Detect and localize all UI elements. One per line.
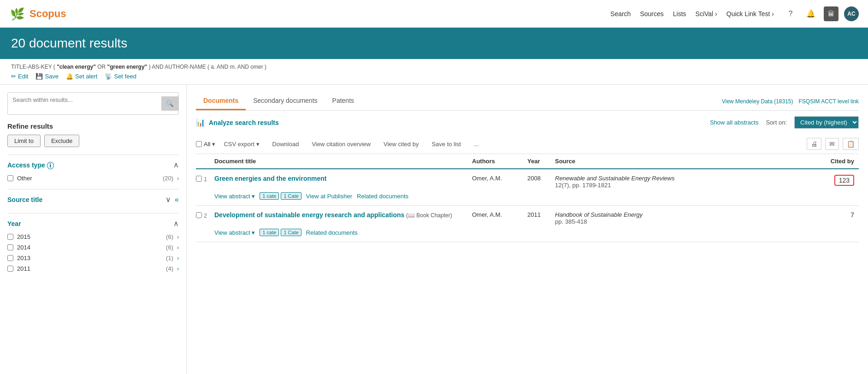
doc-1-view-publisher[interactable]: View at Publisher: [306, 193, 352, 200]
nav-quicklink[interactable]: Quick Link Test ›: [726, 10, 774, 18]
institution-button[interactable]: 🏛: [824, 6, 838, 21]
doc-2-book-icon: (📖 Book Chapter): [406, 212, 452, 219]
edit-query-button[interactable]: ✏ Edit: [11, 73, 28, 80]
filter-year-header[interactable]: Year ∧: [7, 219, 179, 228]
alert-label: Set alert: [75, 73, 97, 80]
doc-1-source: Renewable and Sustainable Energy Reviews…: [555, 175, 813, 189]
document-tabs: Documents Secondary documents Patents Vi…: [196, 92, 859, 111]
year-2011-arrow[interactable]: ›: [177, 266, 179, 272]
doc-1-source-name: Renewable and Sustainable Energy Reviews: [555, 175, 674, 182]
doc-2-actions: View abstract ▾ 1 cate 1 Cate Related do…: [196, 229, 859, 236]
help-button[interactable]: ?: [783, 6, 798, 21]
nav-scival[interactable]: SciVal ›: [696, 10, 717, 18]
doc-1-view-abstract[interactable]: View abstract ▾: [214, 193, 255, 200]
filter-year: Year ∧ 2015 (6) › 2014 (6) › 2013 (1) ›: [7, 213, 179, 279]
save-query-button[interactable]: 💾 Save: [35, 73, 59, 80]
avatar-button[interactable]: AC: [844, 6, 859, 21]
save-to-list-button[interactable]: Save to list: [427, 138, 466, 150]
analyze-left[interactable]: 📊 Analyze search results: [196, 118, 279, 127]
col-title: Document title: [214, 158, 472, 165]
year-2013-label: 2013: [17, 255, 30, 261]
doc-2-cate-badge-2[interactable]: 1 Cate: [281, 229, 301, 236]
year-2011-count: (4): [166, 265, 173, 272]
filter-item-2013: 2013 (1) ›: [7, 253, 179, 263]
main-layout: 🔍 Refine results Limit to Exclude Access…: [0, 85, 868, 374]
doc-row-1: 1 Green energies and the environment Ome…: [196, 169, 859, 206]
doc-1-checkbox[interactable]: [196, 176, 202, 182]
access-type-title: Access type ℹ: [7, 161, 54, 169]
set-feed-button[interactable]: 📡 Set feed: [105, 73, 136, 80]
year-2013-checkbox[interactable]: [7, 255, 13, 261]
view-citation-overview-button[interactable]: View citation overview: [307, 138, 375, 150]
year-2015-count: (6): [166, 233, 173, 240]
doc-1-num: 1: [204, 176, 207, 183]
download-button[interactable]: Download: [268, 138, 304, 150]
filter-item-2011: 2011 (4) ›: [7, 263, 179, 274]
fsqsim-link[interactable]: FSQSIM ACCT level link: [799, 98, 859, 105]
mendeley-link[interactable]: View Mendeley Data (18315): [722, 98, 793, 105]
sidebar: 🔍 Refine results Limit to Exclude Access…: [0, 85, 187, 374]
sort-select[interactable]: Cited by (highest) Date (newest) Relevan…: [794, 116, 859, 129]
doc-2-cate-badge-1[interactable]: 1 cate: [260, 229, 279, 236]
doc-row-1-main: 1 Green energies and the environment Ome…: [196, 175, 859, 189]
refine-title: Refine results: [7, 122, 179, 130]
doc-2-checkbox[interactable]: [196, 212, 202, 218]
alert-icon: 🔔: [66, 73, 73, 80]
access-type-toggle-icon: ∧: [173, 160, 179, 169]
other-arrow[interactable]: ›: [177, 175, 179, 182]
nav-lists[interactable]: Lists: [673, 10, 686, 18]
notifications-button[interactable]: 🔔: [803, 6, 818, 21]
year-2014-checkbox[interactable]: [7, 244, 13, 250]
print-button[interactable]: 🖨: [807, 138, 821, 150]
doc-2-cite-badges: 1 cate 1 Cate: [260, 229, 301, 236]
col-year: Year: [527, 158, 555, 165]
collapse-panel-icon[interactable]: «: [175, 196, 179, 204]
doc-2-cited-count: 7: [850, 211, 854, 219]
select-all-checkbox[interactable]: [196, 141, 202, 147]
tabs-right: View Mendeley Data (18315) FSQSIM ACCT l…: [722, 98, 859, 105]
exclude-button[interactable]: Exclude: [44, 135, 79, 147]
results-count: 20 document results: [11, 36, 857, 51]
select-all-wrapper: All ▾: [196, 141, 215, 148]
other-count: (20): [163, 175, 173, 182]
limit-to-button[interactable]: Limit to: [7, 135, 41, 147]
year-2015-arrow[interactable]: ›: [177, 234, 179, 240]
col-authors: Authors: [472, 158, 527, 165]
doc-2-view-abstract[interactable]: View abstract ▾: [214, 229, 255, 236]
search-within-input[interactable]: [8, 93, 161, 107]
tab-documents[interactable]: Documents: [196, 92, 246, 110]
doc-1-cate-badge-1[interactable]: 1 cate: [260, 192, 279, 200]
search-within-button[interactable]: 🔍: [161, 96, 178, 111]
doc-1-related-docs[interactable]: Related documents: [357, 193, 408, 200]
doc-1-title[interactable]: Green energies and the environment: [214, 175, 327, 182]
doc-1-source-detail: 12(7), pp. 1789-1821: [555, 182, 611, 189]
year-2014-arrow[interactable]: ›: [177, 244, 179, 251]
filter-access-type-header[interactable]: Access type ℹ ∧: [7, 160, 179, 169]
nav-sources[interactable]: Sources: [640, 10, 663, 18]
tab-patents[interactable]: Patents: [325, 92, 361, 110]
bookmark-button[interactable]: 📋: [843, 138, 859, 150]
view-cited-by-button[interactable]: View cited by: [379, 138, 423, 150]
sort-dropdown[interactable]: Cited by (highest) Date (newest) Relevan…: [794, 116, 859, 129]
doc-1-cate-badge-2[interactable]: 1 Cate: [281, 192, 301, 200]
show-abstracts-link[interactable]: Show all abstracts: [710, 119, 759, 126]
filter-source-title-header[interactable]: Source title ∨ «: [7, 195, 179, 204]
all-dropdown-icon[interactable]: ▾: [212, 141, 215, 148]
year-2013-arrow[interactable]: ›: [177, 255, 179, 261]
query-actions: ✏ Edit 💾 Save 🔔 Set alert 📡 Set feed: [11, 73, 857, 80]
doc-2-related-docs[interactable]: Related documents: [306, 229, 358, 236]
doc-2-title[interactable]: Development of sustainable energy resear…: [214, 211, 404, 219]
year-2015-checkbox[interactable]: [7, 234, 13, 240]
col-cited: Cited by: [813, 158, 859, 165]
more-button[interactable]: ...: [469, 138, 484, 150]
tab-secondary[interactable]: Secondary documents: [246, 92, 325, 110]
filter-item-other: Other (20) ›: [7, 173, 179, 184]
email-button[interactable]: ✉: [825, 138, 839, 150]
other-label: Other: [17, 175, 32, 182]
csv-export-button[interactable]: CSV export ▾: [219, 138, 264, 150]
set-alert-button[interactable]: 🔔 Set alert: [66, 73, 97, 80]
nav-search[interactable]: Search: [610, 10, 631, 18]
col-source: Source: [555, 158, 813, 165]
other-checkbox[interactable]: [7, 175, 13, 181]
year-2011-checkbox[interactable]: [7, 266, 13, 272]
